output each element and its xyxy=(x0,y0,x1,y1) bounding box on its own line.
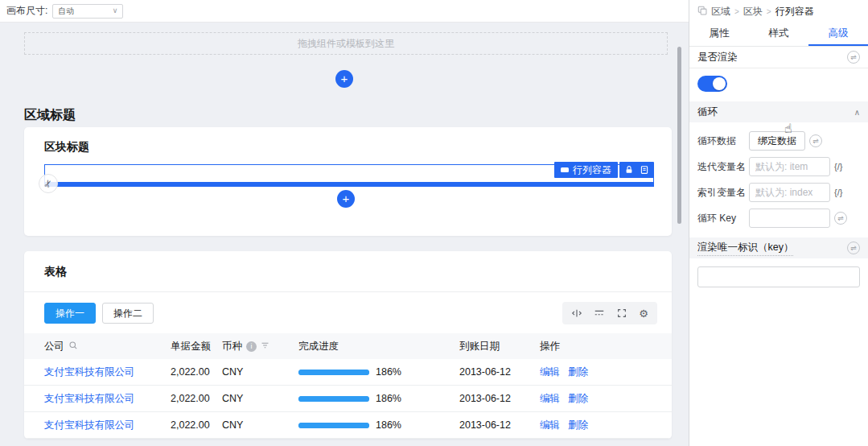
column-header-label: 币种 xyxy=(222,340,242,353)
progress-bar xyxy=(298,423,369,428)
block-title[interactable]: 区块标题 xyxy=(44,140,89,155)
toggle-knob xyxy=(713,77,726,90)
date-cell: 2013-06-12 xyxy=(459,419,540,431)
currency-cell: CNY xyxy=(222,366,298,378)
date-cell: 2013-06-12 xyxy=(459,393,540,404)
iterator-variable-field: 迭代变量名 {/} xyxy=(697,157,860,176)
formula-toggle-icon[interactable]: ⇌ xyxy=(809,134,822,147)
info-icon[interactable]: i xyxy=(246,341,257,352)
cut-indicator: ✂ xyxy=(39,174,58,193)
canvas-scrollbar[interactable] xyxy=(677,47,681,224)
date-cell: 2013-06-12 xyxy=(459,366,540,378)
render-toggle[interactable] xyxy=(697,76,727,92)
breadcrumb-item-block[interactable]: 区块 xyxy=(743,5,763,19)
tab-style[interactable]: 样式 xyxy=(749,23,808,46)
delete-link[interactable]: 删除 xyxy=(568,365,588,379)
tab-advanced[interactable]: 高级 xyxy=(808,23,868,46)
render-label: 是否渲染 xyxy=(697,51,738,64)
canvas-toolbar: 画布尺寸: 自动 ∨ xyxy=(0,0,689,23)
company-link[interactable]: 支付宝科技有限公司 xyxy=(44,392,135,406)
region-title[interactable]: 区域标题 xyxy=(24,107,76,124)
fullscreen-icon[interactable] xyxy=(616,308,627,319)
column-header-date[interactable]: 到账日期 xyxy=(459,340,540,353)
amount-cell: 2,022.00 xyxy=(171,419,222,431)
breadcrumb-item-region[interactable]: 区域 xyxy=(711,5,730,19)
selected-row-container[interactable]: 行列容器 xyxy=(44,164,654,187)
plus-icon: + xyxy=(343,192,350,205)
column-header-company[interactable]: 公司 xyxy=(44,340,171,353)
progress-bar xyxy=(298,370,369,375)
delete-link[interactable]: 删除 xyxy=(568,419,588,432)
editor-screen: 画布尺寸: 自动 ∨ 拖拽组件或模板到这里 + 区域标题 区块标题 行列容器 xyxy=(0,0,868,446)
chevron-up-icon: ∧ xyxy=(854,108,860,117)
scissors-icon: ✂ xyxy=(42,178,56,189)
breadcrumb: 区域 > 区块 > 行列容器 xyxy=(689,0,868,23)
edit-link[interactable]: 编辑 xyxy=(540,392,560,406)
canvas-size-label: 画布尺寸: xyxy=(6,4,47,18)
panel-tabs: 属性 样式 高级 xyxy=(689,23,868,47)
search-icon[interactable] xyxy=(68,341,78,353)
progress-label: 186% xyxy=(376,393,401,404)
selection-actions xyxy=(619,162,654,178)
progress-cell: 186% xyxy=(298,393,459,404)
unique-key-input[interactable] xyxy=(697,266,860,287)
bind-data-button[interactable]: 绑定数据 xyxy=(749,131,805,151)
column-header-progress[interactable]: 完成进度 xyxy=(298,340,459,353)
code-expression-icon[interactable]: {/} xyxy=(834,162,842,171)
dropzone[interactable]: 拖拽组件或模板到这里 xyxy=(24,32,668,55)
unique-key-field xyxy=(689,258,868,295)
canvas-size-select[interactable]: 自动 ∨ xyxy=(52,4,123,19)
column-header-actions[interactable]: 操作 xyxy=(540,340,672,353)
dropzone-hint: 拖拽组件或模板到这里 xyxy=(298,37,394,51)
action-one-button[interactable]: 操作一 xyxy=(44,303,96,324)
loop-section-header[interactable]: 循环 ∧ xyxy=(689,101,868,122)
loop-fields: 循环数据 绑定数据 ⇌ 迭代变量名 {/} 索引变量名 {/} 循环 Key ⇌ xyxy=(689,122,868,237)
clipboard-icon[interactable] xyxy=(640,165,649,175)
delete-link[interactable]: 删除 xyxy=(568,392,588,406)
action-two-button[interactable]: 操作二 xyxy=(102,303,154,324)
add-component-button-top[interactable]: + xyxy=(335,70,353,88)
tab-properties[interactable]: 属性 xyxy=(689,23,749,46)
edit-link[interactable]: 编辑 xyxy=(540,365,560,379)
column-header-currency[interactable]: 币种 i xyxy=(222,340,298,353)
selection-highlight-bar xyxy=(44,182,654,187)
table-card[interactable]: 表格 操作一 操作二 ⚙ xyxy=(24,251,672,439)
filter-icon[interactable] xyxy=(261,341,269,352)
canvas-area: 画布尺寸: 自动 ∨ 拖拽组件或模板到这里 + 区域标题 区块标题 行列容器 xyxy=(0,0,689,446)
code-expression-icon[interactable]: {/} xyxy=(834,188,842,197)
amount-cell: 2,022.00 xyxy=(171,366,222,378)
loop-key-input[interactable] xyxy=(749,209,830,228)
selection-toolbar: 行列容器 xyxy=(554,162,654,178)
iterator-variable-label: 迭代变量名 xyxy=(697,160,749,174)
loop-data-field: 循环数据 绑定数据 ⇌ xyxy=(697,131,860,151)
formula-toggle-icon[interactable]: ⇌ xyxy=(847,242,860,254)
gear-icon[interactable]: ⚙ xyxy=(639,308,648,319)
breadcrumb-separator: > xyxy=(734,7,739,16)
loop-key-label: 循环 Key xyxy=(697,212,749,225)
selected-component-tag[interactable]: 行列容器 xyxy=(554,162,618,178)
block-card[interactable]: 区块标题 行列容器 xyxy=(24,127,672,236)
breadcrumb-item-container[interactable]: 行列容器 xyxy=(775,5,814,19)
table-title[interactable]: 表格 xyxy=(44,265,67,279)
hand-cursor-icon: ☝ xyxy=(784,121,792,136)
table-header-row: 公司 单据金额 币种 i 完成进度 到账日期 操作 xyxy=(24,333,672,359)
add-component-button-middle[interactable]: + xyxy=(337,190,355,208)
company-link[interactable]: 支付宝科技有限公司 xyxy=(44,365,135,379)
progress-bar xyxy=(298,396,369,402)
company-link[interactable]: 支付宝科技有限公司 xyxy=(44,419,135,432)
edit-link[interactable]: 编辑 xyxy=(540,419,560,432)
currency-cell: CNY xyxy=(222,419,298,431)
iterator-variable-input[interactable] xyxy=(749,157,830,176)
row-height-icon[interactable] xyxy=(594,308,605,319)
formula-toggle-icon[interactable]: ⇌ xyxy=(834,212,847,225)
chevron-down-icon: ∨ xyxy=(113,7,118,14)
index-variable-input[interactable] xyxy=(749,183,830,202)
canvas-size-value: 自动 xyxy=(58,6,74,17)
formula-toggle-icon[interactable]: ⇌ xyxy=(847,51,860,64)
drag-move-icon[interactable] xyxy=(571,308,582,319)
selected-component-label: 行列容器 xyxy=(573,163,611,177)
loop-section-title: 循环 xyxy=(697,105,718,119)
column-header-amount[interactable]: 单据金额 xyxy=(171,340,222,353)
lock-icon[interactable] xyxy=(624,165,634,175)
unique-key-section-header[interactable]: 渲染唯一标识（key） ⇌ xyxy=(689,237,868,258)
